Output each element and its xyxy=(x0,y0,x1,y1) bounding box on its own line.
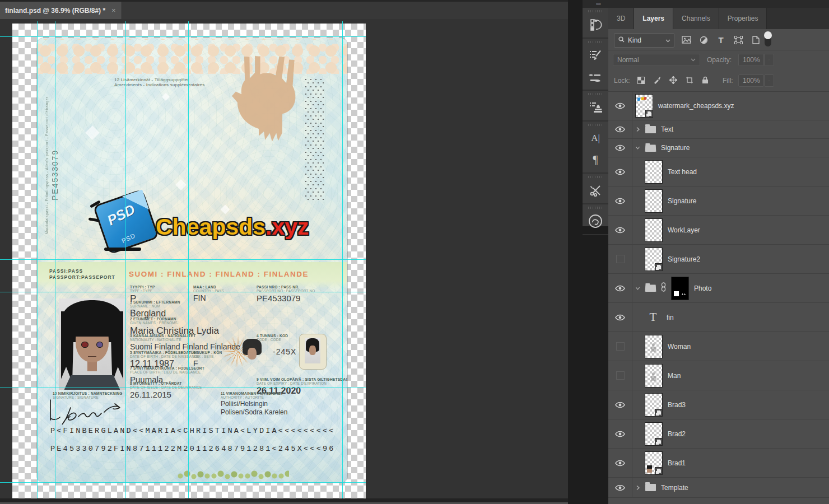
canvas-pasteboard[interactable]: 12 Lisämerkinnät - Tilläggsuppgifter Ame… xyxy=(0,19,568,498)
layer-visibility-eye-icon[interactable] xyxy=(608,92,632,120)
brush-presets-panel-icon[interactable] xyxy=(583,66,608,87)
document-tab[interactable]: finland.psd @ 36.9% (RGB/8#) * × xyxy=(0,2,122,19)
layer-row-woman[interactable]: Woman xyxy=(608,332,829,361)
layer-name[interactable]: Text head xyxy=(668,168,697,176)
layer-name[interactable]: fin xyxy=(667,314,674,321)
character-panel-icon[interactable]: A| xyxy=(583,128,608,149)
panel-collapse-bar[interactable]: «« xyxy=(583,0,829,8)
layer-row-brad2[interactable]: Brad2 xyxy=(608,419,829,449)
dock-gripper[interactable] xyxy=(588,93,603,95)
layer-name[interactable]: Signature xyxy=(661,144,690,152)
tab-3d[interactable]: 3D xyxy=(608,8,634,29)
clone-source-panel-icon[interactable] xyxy=(583,97,608,118)
layer-name[interactable]: Brad1 xyxy=(668,459,686,467)
layer-thumbnail[interactable] xyxy=(645,335,663,358)
filter-smart-objects-icon[interactable] xyxy=(749,34,762,46)
mask-link-icon[interactable] xyxy=(661,282,666,294)
layer-visibility-empty[interactable] xyxy=(608,332,632,361)
guide-horizontal[interactable] xyxy=(0,259,366,260)
layer-row-watermark-cheapsds-xyz[interactable]: watermark_cheapsds.xyz xyxy=(608,92,829,120)
layer-thumbnail[interactable] xyxy=(645,364,663,388)
layer-visibility-eye-icon[interactable] xyxy=(608,186,632,215)
dock-gripper[interactable] xyxy=(588,10,603,12)
lock-image-pixels-icon[interactable] xyxy=(653,76,661,86)
tool-presets-panel-icon[interactable] xyxy=(583,180,608,201)
layer-row-photo[interactable]: Photo xyxy=(608,274,829,303)
layer-row-signature2[interactable]: Signature2 xyxy=(608,245,829,274)
layer-visibility-eye-icon[interactable] xyxy=(608,120,632,138)
layer-name[interactable]: watermark_cheapsds.xyz xyxy=(658,102,734,110)
layer-name[interactable]: Man xyxy=(668,372,681,380)
layer-thumbnail[interactable] xyxy=(645,422,663,446)
layer-row-signature[interactable]: Signature xyxy=(608,139,829,157)
layer-visibility-eye-icon[interactable] xyxy=(608,303,632,332)
filter-pixel-layers-icon[interactable] xyxy=(680,34,692,46)
layer-visibility-empty[interactable] xyxy=(608,361,632,390)
guide-vertical[interactable] xyxy=(342,21,343,498)
layer-visibility-eye-icon[interactable] xyxy=(608,478,632,497)
chevron-down-icon[interactable] xyxy=(635,146,640,150)
brush-settings-panel-icon[interactable] xyxy=(583,45,608,66)
layer-visibility-eye-icon[interactable] xyxy=(608,419,632,448)
layer-row-brad1[interactable]: Brad1 xyxy=(608,449,829,478)
chevron-right-icon[interactable] xyxy=(635,485,640,491)
opacity-dropdown-icon[interactable] xyxy=(764,54,774,66)
guide-vertical[interactable] xyxy=(55,21,55,498)
lock-all-icon[interactable] xyxy=(702,76,709,86)
tab-properties[interactable]: Properties xyxy=(719,8,767,29)
text-layer-icon[interactable]: T xyxy=(645,310,662,324)
chevron-right-icon[interactable] xyxy=(635,127,640,132)
guide-vertical[interactable] xyxy=(188,21,189,498)
fill-value[interactable]: 100% xyxy=(738,74,764,87)
collapse-panels-icon[interactable]: «« xyxy=(596,1,600,7)
filter-shape-layers-icon[interactable] xyxy=(732,34,744,46)
tab-channels[interactable]: Channels xyxy=(673,8,719,29)
guide-vertical[interactable] xyxy=(37,21,38,498)
layer-row-text-head[interactable]: Text head xyxy=(608,157,829,186)
filter-adjustment-layers-icon[interactable] xyxy=(697,34,710,46)
layer-row-brad3[interactable]: Brad3 xyxy=(608,390,829,419)
dock-gripper[interactable] xyxy=(588,176,603,178)
blend-mode-select[interactable]: Normal xyxy=(613,54,700,66)
layer-row-text[interactable]: Text xyxy=(608,120,829,139)
guide-horizontal[interactable] xyxy=(0,36,366,37)
layer-thumbnail[interactable] xyxy=(645,160,663,184)
layer-visibility-eye-icon[interactable] xyxy=(608,157,632,186)
guide-horizontal[interactable] xyxy=(0,482,366,483)
layer-row-fin[interactable]: Tfin xyxy=(608,303,829,332)
layer-thumbnail[interactable] xyxy=(645,393,663,417)
filtering-toggle[interactable] xyxy=(764,31,772,47)
lock-transparency-icon[interactable] xyxy=(637,76,645,86)
guide-horizontal[interactable] xyxy=(0,292,366,292)
layer-row-signature[interactable]: Signature xyxy=(608,186,829,216)
layer-row-worklayer[interactable]: WorkLayer xyxy=(608,216,829,245)
layer-visibility-eye-icon[interactable] xyxy=(608,449,632,477)
layer-visibility-empty[interactable] xyxy=(608,245,632,273)
filter-kind-dropdown[interactable]: Kind xyxy=(614,33,674,48)
layer-row-template[interactable]: Template xyxy=(608,478,829,498)
creative-cloud-icon[interactable] xyxy=(583,211,608,232)
layer-mask-thumbnail[interactable] xyxy=(671,277,689,300)
layer-name[interactable]: Woman xyxy=(668,343,691,351)
fill-dropdown-icon[interactable] xyxy=(764,74,774,87)
layer-thumbnail[interactable] xyxy=(645,451,663,475)
history-panel-icon[interactable] xyxy=(583,14,608,35)
paragraph-panel-icon[interactable]: ¶ xyxy=(583,149,608,170)
layer-visibility-eye-icon[interactable] xyxy=(608,216,632,244)
layer-thumbnail[interactable] xyxy=(645,218,663,242)
layer-thumbnail[interactable] xyxy=(645,248,663,271)
layer-name[interactable]: Signature xyxy=(668,197,696,205)
lock-artboard-icon[interactable] xyxy=(686,76,693,86)
layer-row-man[interactable]: Man xyxy=(608,361,829,390)
layer-name[interactable]: Text xyxy=(661,125,673,133)
layer-visibility-eye-icon[interactable] xyxy=(608,274,632,302)
lock-position-icon[interactable] xyxy=(669,76,677,86)
close-tab-icon[interactable]: × xyxy=(111,7,116,14)
dock-gripper[interactable] xyxy=(588,41,603,43)
layer-name[interactable]: Template xyxy=(661,484,688,492)
guide-horizontal[interactable] xyxy=(0,388,366,388)
dock-gripper[interactable] xyxy=(588,207,603,209)
filter-type-layers-icon[interactable]: T xyxy=(715,34,727,46)
dock-gripper[interactable] xyxy=(588,124,603,126)
layer-thumbnail[interactable] xyxy=(635,94,653,118)
